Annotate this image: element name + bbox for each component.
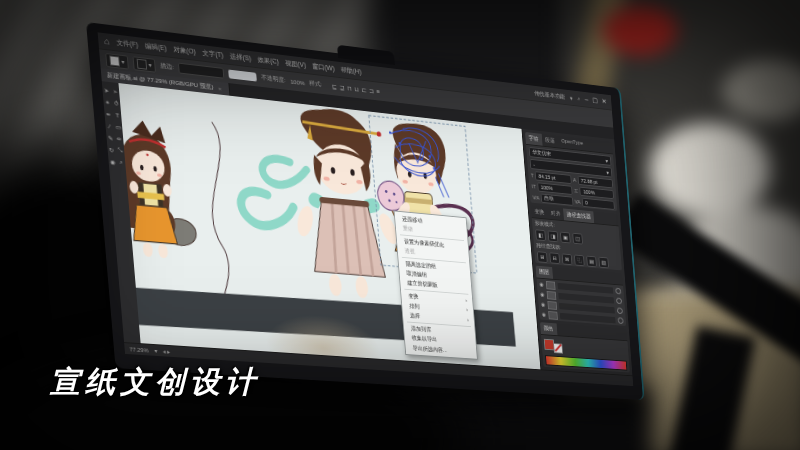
kerning-field[interactable]: 自动 <box>541 194 574 206</box>
vertical-scale-icon: IT <box>532 184 536 190</box>
zoom-level[interactable]: 77.29% <box>129 346 149 353</box>
artboard-nav[interactable]: ◂ ▸ <box>163 348 171 354</box>
visibility-eye-icon[interactable]: ◉ <box>541 302 545 308</box>
stroke-swatch-icon <box>137 58 148 69</box>
paintbrush-tool-icon[interactable]: ✎ <box>106 132 115 144</box>
tracking-icon: VA <box>575 199 581 205</box>
context-menu: 还原移动 重做 设置为像素级优化 透视 隔离选定的组 取消编组 建立剪切蒙版 变… <box>394 210 478 359</box>
stroke-label: 描边: <box>160 61 174 71</box>
visibility-eye-icon[interactable]: ◉ <box>542 312 546 318</box>
menu-type[interactable]: 文字(T) <box>202 48 224 60</box>
menu-view[interactable]: 视图(V) <box>285 58 306 70</box>
chevron-down-icon: ▾ <box>154 347 157 353</box>
opacity-value[interactable]: 100% <box>290 78 305 86</box>
fill-dropdown[interactable]: ▾ <box>105 52 129 69</box>
pathfinder-panel: 变换 对齐 路径查找器 形状模式: ◧ ◨ ▣ ◫ <box>531 205 622 270</box>
tab-character[interactable]: 字符 <box>525 132 542 146</box>
layer-target-icon[interactable] <box>617 307 623 314</box>
menu-window[interactable]: 窗口(W) <box>312 61 335 73</box>
tab-color[interactable]: 颜色 <box>540 322 557 335</box>
pathfinder-crop-icon[interactable]: ⿻ <box>574 254 585 266</box>
align-center-icon[interactable]: ⊒ <box>339 83 345 91</box>
video-caption: 宣纸文创设计 <box>50 362 260 403</box>
layer-thumbnail <box>546 281 556 290</box>
stroke-color-swatch[interactable] <box>553 343 563 354</box>
align-middle-icon[interactable]: ⊏ <box>361 86 366 94</box>
submenu-arrow-icon: › <box>465 296 467 304</box>
layer-thumbnail <box>547 301 557 310</box>
workspace-switcher[interactable]: 传统基本功能 <box>534 89 565 101</box>
tab-paragraph[interactable]: 段落 <box>541 134 558 148</box>
selection-tool-icon[interactable]: ➤ <box>102 84 111 96</box>
kerning-icon: V∕A <box>532 195 539 201</box>
pen-tool-icon[interactable]: ✒ <box>104 108 113 120</box>
tracking-field[interactable]: 0 <box>582 198 615 210</box>
magic-wand-tool-icon[interactable]: ✶ <box>103 96 112 108</box>
home-icon[interactable]: ⌂ <box>104 36 110 47</box>
line-tool-icon[interactable]: ∕ <box>105 120 114 132</box>
opacity-label: 不透明度: <box>261 73 286 85</box>
pathfinder-minus-back-icon[interactable]: ▥ <box>598 257 609 269</box>
distribute-icon[interactable]: ≡ <box>376 88 380 96</box>
shape-mode-exclude-icon[interactable]: ◫ <box>572 233 583 245</box>
photo-frame: ⌂ 文件(F) 编辑(E) 对象(O) 文字(T) 选择(S) 效果(C) 视图… <box>0 0 800 450</box>
illustrator-window: ⌂ 文件(F) 编辑(E) 对象(O) 文字(T) 选择(S) 效果(C) 视图… <box>98 32 634 386</box>
panel-dock: 字符 段落 OpenType 华文仿宋 ▾ - ▾ <box>521 129 632 376</box>
layer-name <box>560 313 616 324</box>
tab-layers[interactable]: 图层 <box>536 265 553 278</box>
chevron-down-icon: ▾ <box>148 61 151 68</box>
character-panel: 字符 段落 OpenType 华文仿宋 ▾ - ▾ <box>525 132 617 211</box>
pathfinder-trim-icon[interactable]: ⊟ <box>549 252 560 264</box>
rotate-tool-icon[interactable]: ↻ <box>107 144 116 156</box>
artwork <box>118 83 540 369</box>
chevron-down-icon: ▾ <box>605 158 608 164</box>
font-size-icon: T <box>531 173 534 179</box>
leading-icon: A <box>573 177 576 183</box>
chevron-down-icon: ▾ <box>121 58 125 65</box>
tab-transform[interactable]: 变换 <box>531 205 548 218</box>
style-label: 样式: <box>309 79 322 89</box>
chevron-down-icon: ▾ <box>570 94 573 101</box>
search-icon[interactable]: ⌕ <box>577 95 580 103</box>
layer-target-icon[interactable] <box>616 297 622 304</box>
menu-help[interactable]: 帮助(H) <box>340 65 361 77</box>
pathfinder-merge-icon[interactable]: ⊠ <box>562 253 573 265</box>
align-buttons: ⊑ ⊒ ⊓ ⊔ ⊏ ⊐ ≡ <box>332 82 381 95</box>
shape-mode-unite-icon[interactable]: ◧ <box>535 229 546 241</box>
menu-select[interactable]: 选择(S) <box>230 51 252 63</box>
layer-thumbnail <box>546 291 556 300</box>
submenu-arrow-icon: › <box>467 316 469 324</box>
layers-panel: 图层 ◉ ◉ <box>536 265 627 325</box>
stroke-weight-field[interactable] <box>178 63 224 79</box>
pathfinder-outline-icon[interactable]: ▤ <box>586 255 597 267</box>
submenu-arrow-icon: › <box>466 306 468 314</box>
horizontal-scale-icon: 工 <box>574 187 579 194</box>
layer-target-icon[interactable] <box>615 287 621 294</box>
visibility-eye-icon[interactable]: ◉ <box>540 292 544 298</box>
menu-object[interactable]: 对象(O) <box>173 44 196 57</box>
menu-edit[interactable]: 编辑(E) <box>144 41 167 54</box>
pathfinder-divide-icon[interactable]: ⊞ <box>537 251 548 263</box>
align-top-icon[interactable]: ⊔ <box>354 85 359 93</box>
maximize-button[interactable]: ▢ <box>592 97 598 105</box>
layer-target-icon[interactable] <box>618 317 624 324</box>
tab-align[interactable]: 对齐 <box>547 207 564 220</box>
layer-thumbnail <box>548 311 558 320</box>
align-right-icon[interactable]: ⊓ <box>347 84 352 92</box>
menu-file[interactable]: 文件(F) <box>116 38 139 51</box>
visibility-eye-icon[interactable]: ◉ <box>539 282 543 288</box>
eyedropper-tool-icon[interactable]: ◉ <box>108 156 117 168</box>
align-left-icon[interactable]: ⊑ <box>332 82 338 90</box>
menu-effect[interactable]: 效果(C) <box>257 55 279 67</box>
close-icon[interactable]: × <box>218 85 222 92</box>
stroke-dropdown[interactable]: ▾ <box>133 56 156 72</box>
fill-swatch-icon <box>109 55 120 66</box>
align-bottom-icon[interactable]: ⊐ <box>369 87 374 95</box>
artboard-canvas[interactable]: 还原移动 重做 设置为像素级优化 透视 隔离选定的组 取消编组 建立剪切蒙版 变… <box>118 83 540 369</box>
shape-mode-minus-front-icon[interactable]: ◨ <box>548 230 559 242</box>
minimize-button[interactable]: – <box>585 96 589 104</box>
close-button[interactable]: ✕ <box>601 98 606 106</box>
shape-mode-intersect-icon[interactable]: ▣ <box>560 231 571 243</box>
color-panel: 颜色 <box>540 322 630 373</box>
brush-definition-field[interactable] <box>228 70 257 82</box>
